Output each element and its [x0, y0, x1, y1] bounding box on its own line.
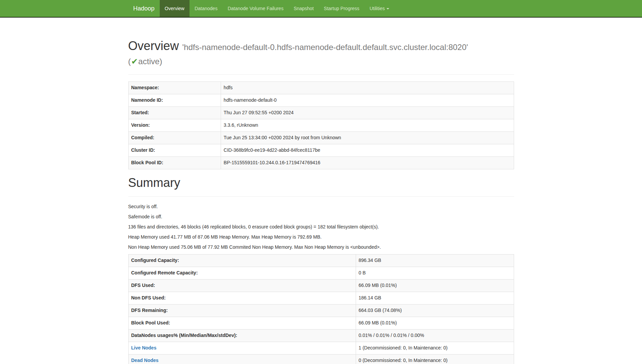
info-label-block-pool-id: Block Pool ID: [128, 157, 221, 169]
nav-link-snapshot[interactable]: Snapshot [289, 0, 319, 17]
page-title-text: Overview [128, 39, 179, 53]
stats-label-block-pool-used: Block Pool Used: [128, 317, 356, 329]
info-value-cluster-id: CID-368b9fc0-ee19-4d22-abbd-84fcec8117be [221, 144, 514, 157]
info-value-namespace: hdfs [221, 82, 514, 94]
stats-row-datanodes-usages-min-median-max-stddev: DataNodes usages% (Min/Median/Max/stdDev… [128, 329, 514, 342]
stats-row-dfs-used: DFS Used:66.09 MB (0.01%) [128, 279, 514, 292]
info-value-compiled: Tue Jun 25 13:34:00 +0200 2024 by root f… [221, 132, 514, 144]
state-open-paren: ( [128, 57, 131, 66]
navbar-brand: Hadoop [128, 0, 160, 17]
stats-label-dfs-remaining: DFS Remaining: [128, 304, 356, 317]
info-row-cluster-id: Cluster ID:CID-368b9fc0-ee19-4d22-abbd-8… [128, 144, 514, 157]
page-title: Overview 'hdfs-namenode-default-0.hdfs-n… [128, 39, 514, 68]
stats-label-dfs-used: DFS Used: [128, 279, 356, 292]
info-row-block-pool-id: Block Pool ID:BP-1515559101-10.244.0.16-… [128, 157, 514, 169]
storage-stats-table-body: Configured Capacity:896.34 GBConfigured … [128, 254, 514, 364]
navbar: Hadoop OverviewDatanodesDatanode Volume … [0, 0, 642, 18]
stats-value-dfs-used: 66.09 MB (0.01%) [356, 279, 514, 292]
summary-line-5: Non Heap Memory used 75.06 MB of 77.92 M… [128, 244, 514, 251]
divider [128, 196, 514, 197]
stats-value-dead-nodes: 0 (Decommissioned: 0, In Maintenance: 0) [356, 354, 514, 364]
nav-link-overview[interactable]: Overview [160, 0, 190, 17]
info-value-started: Thu Jun 27 09:52:55 +0200 2024 [221, 107, 514, 119]
summary-line-2: Safemode is off. [128, 214, 514, 220]
stats-label-configured-remote-capacity: Configured Remote Capacity: [128, 267, 356, 279]
nav-item-overview: Overview [160, 0, 190, 17]
stats-label-configured-capacity: Configured Capacity: [128, 254, 356, 267]
info-label-namenode-id: Namenode ID: [128, 94, 221, 107]
stats-row-dfs-remaining: DFS Remaining:664.03 GB (74.08%) [128, 304, 514, 317]
info-value-version: 3.3.6, rUnknown [221, 119, 514, 132]
storage-stats-table: Configured Capacity:896.34 GBConfigured … [128, 254, 514, 364]
nav-item-datanode-volume-failures: Datanode Volume Failures [223, 0, 289, 17]
info-row-namespace: Namespace:hdfs [128, 82, 514, 94]
stats-label-datanodes-usages-min-median-max-stddev: DataNodes usages% (Min/Median/Max/stdDev… [128, 329, 356, 342]
nav-link-utilities[interactable]: Utilities [364, 0, 394, 17]
info-row-compiled: Compiled:Tue Jun 25 13:34:00 +0200 2024 … [128, 132, 514, 144]
namenode-info-table-body: Namespace:hdfsNamenode ID:hdfs-namenode-… [128, 82, 514, 169]
main-content: Overview 'hdfs-namenode-default-0.hdfs-n… [123, 18, 519, 364]
nav-item-snapshot: Snapshot [289, 0, 319, 17]
info-value-namenode-id: hdfs-namenode-default-0 [221, 94, 514, 107]
stats-label-non-dfs-used: Non DFS Used: [128, 292, 356, 304]
stats-value-configured-capacity: 896.34 GB [356, 254, 514, 267]
stats-value-non-dfs-used: 186.14 GB [356, 292, 514, 304]
check-icon: ✔ [131, 57, 138, 66]
nav-link-datanode-volume-failures[interactable]: Datanode Volume Failures [223, 0, 289, 17]
nav-link-startup-progress[interactable]: Startup Progress [319, 0, 364, 17]
stats-value-block-pool-used: 66.09 MB (0.01%) [356, 317, 514, 329]
summary-line-4: Heap Memory used 41.77 MB of 87.06 MB He… [128, 234, 514, 241]
nav-item-utilities: Utilities [364, 0, 394, 17]
stats-row-configured-capacity: Configured Capacity:896.34 GB [128, 254, 514, 267]
namenode-state: (✔active) [128, 57, 162, 66]
info-label-compiled: Compiled: [128, 132, 221, 144]
info-row-started: Started:Thu Jun 27 09:52:55 +0200 2024 [128, 107, 514, 119]
stats-value-configured-remote-capacity: 0 B [356, 267, 514, 279]
stats-row-configured-remote-capacity: Configured Remote Capacity:0 B [128, 267, 514, 279]
stats-label-live-nodes: Live Nodes [128, 342, 356, 354]
nav-item-startup-progress: Startup Progress [319, 0, 364, 17]
navbar-container: Hadoop OverviewDatanodesDatanode Volume … [123, 0, 519, 17]
stats-value-datanodes-usages-min-median-max-stddev: 0.01% / 0.01% / 0.01% / 0.00% [356, 329, 514, 342]
state-label: active) [138, 57, 162, 66]
divider [128, 74, 514, 75]
stats-value-live-nodes: 1 (Decommissioned: 0, In Maintenance: 0) [356, 342, 514, 354]
stats-row-block-pool-used: Block Pool Used:66.09 MB (0.01%) [128, 317, 514, 329]
summary-text: Security is off.Safemode is off.136 file… [128, 203, 514, 251]
stats-label-dead-nodes: Dead Nodes [128, 354, 356, 364]
info-value-block-pool-id: BP-1515559101-10.244.0.16-1719474769416 [221, 157, 514, 169]
namenode-address: 'hdfs-namenode-default-0.hdfs-namenode-d… [128, 43, 468, 66]
stats-value-dfs-remaining: 664.03 GB (74.08%) [356, 304, 514, 317]
info-row-namenode-id: Namenode ID:hdfs-namenode-default-0 [128, 94, 514, 107]
info-label-cluster-id: Cluster ID: [128, 144, 221, 157]
summary-line-3: 136 files and directories, 46 blocks (46… [128, 224, 514, 230]
live-nodes-link[interactable]: Live Nodes [131, 345, 157, 350]
nav-item-datanodes: Datanodes [190, 0, 223, 17]
info-row-version: Version:3.3.6, rUnknown [128, 119, 514, 132]
caret-down-icon [386, 8, 389, 9]
stats-row-live-nodes: Live Nodes1 (Decommissioned: 0, In Maint… [128, 342, 514, 354]
info-label-version: Version: [128, 119, 221, 132]
stats-row-dead-nodes: Dead Nodes0 (Decommissioned: 0, In Maint… [128, 354, 514, 364]
info-label-namespace: Namespace: [128, 82, 221, 94]
nav-link-datanodes[interactable]: Datanodes [190, 0, 223, 17]
namenode-address-text: 'hdfs-namenode-default-0.hdfs-namenode-d… [182, 43, 468, 52]
dead-nodes-link[interactable]: Dead Nodes [131, 358, 159, 363]
summary-title: Summary [128, 176, 514, 190]
stats-row-non-dfs-used: Non DFS Used:186.14 GB [128, 292, 514, 304]
navbar-menu: OverviewDatanodesDatanode Volume Failure… [160, 0, 394, 17]
info-label-started: Started: [128, 107, 221, 119]
summary-line-1: Security is off. [128, 203, 514, 210]
namenode-info-table: Namespace:hdfsNamenode ID:hdfs-namenode-… [128, 81, 514, 169]
